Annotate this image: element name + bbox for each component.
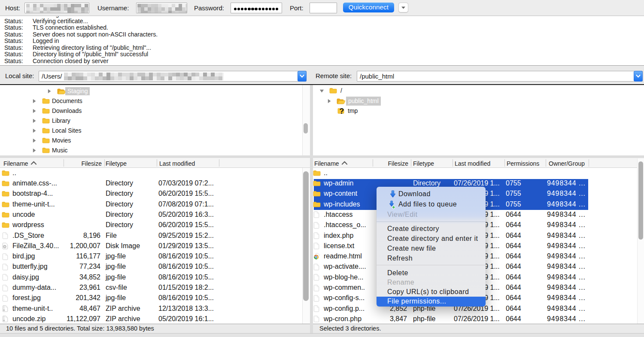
svg-text:?: ?	[339, 107, 344, 114]
